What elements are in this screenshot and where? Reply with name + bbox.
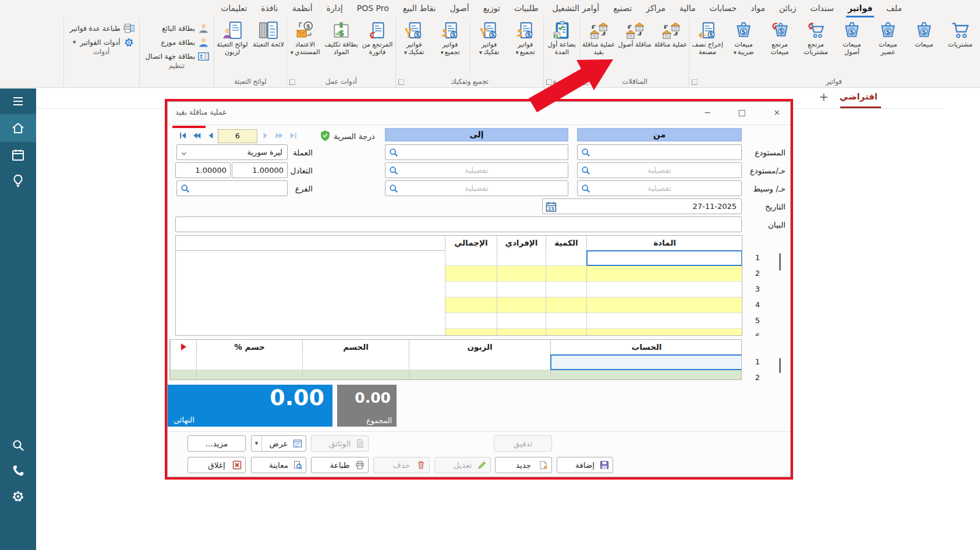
tab-default[interactable]: افتراضي	[840, 91, 878, 102]
menu-item[interactable]: تعليمات	[214, 0, 254, 17]
ribbon-button[interactable]: أدوات الفواتير▼	[70, 37, 135, 48]
ribbon-button[interactable]: مرتجع مشتريات	[798, 20, 834, 57]
ribbon-button[interactable]: $مبيعات ضريبة▼	[726, 20, 762, 57]
items-grid-cell[interactable]	[546, 266, 586, 282]
date-field[interactable]: 23 27-11-2025	[542, 198, 742, 214]
menu-item[interactable]: ملف	[879, 0, 909, 17]
menu-item[interactable]: مواد	[744, 0, 772, 17]
record-number-field[interactable]: 6	[218, 129, 257, 143]
items-grid-cell[interactable]	[445, 313, 497, 329]
menu-item[interactable]: مراكز	[639, 0, 673, 17]
to-warehouse-account-field[interactable]: تفصيلية	[385, 162, 568, 178]
items-grid-cell[interactable]	[445, 297, 497, 313]
accounts-grid-cell[interactable]	[170, 354, 196, 370]
sidebar-search-icon[interactable]	[0, 432, 36, 458]
search-icon[interactable]	[581, 148, 590, 157]
ribbon-button[interactable]: بطاقة جهة اتصال	[146, 51, 209, 62]
items-grid-cell[interactable]	[445, 282, 497, 297]
ribbon-button[interactable]: مشتريات	[942, 20, 978, 49]
ribbon-button[interactable]: لائحة التعبئة	[250, 20, 286, 49]
items-grid-cell[interactable]	[445, 266, 497, 282]
dialog-launcher-icon[interactable]	[583, 79, 589, 85]
from-warehouse-account-field[interactable]: تفصيلية	[577, 162, 742, 178]
ribbon-button[interactable]: $فواتير تفكيك▼	[471, 20, 507, 57]
ribbon-button[interactable]: عملية مناقلة	[653, 20, 689, 49]
menu-item[interactable]: مالية	[673, 0, 703, 17]
ribbon-button[interactable]: $مبيعات عصير	[870, 20, 906, 57]
print-button[interactable]: طباعة	[311, 457, 369, 473]
items-grid-cell[interactable]	[445, 329, 497, 336]
nav-last-button[interactable]	[288, 130, 299, 142]
items-grid-cell[interactable]	[497, 250, 546, 266]
menu-item[interactable]: أنظمة	[285, 0, 320, 17]
menu-item[interactable]: حسابات	[702, 0, 744, 17]
ribbon-button[interactable]: مناقلة أصول	[617, 20, 653, 49]
menu-item[interactable]: أوامر التشغيل	[546, 0, 607, 17]
sidebar-calendar-icon[interactable]	[0, 142, 36, 168]
items-grid-cell[interactable]	[546, 282, 586, 297]
menu-item[interactable]: سندات	[804, 0, 841, 17]
ribbon-button[interactable]: المرتجع من فاتورة	[359, 20, 395, 57]
items-grid-cell[interactable]	[497, 313, 546, 329]
ribbon-button[interactable]: $مبيعات أصول	[834, 20, 870, 57]
accounts-grid-cell[interactable]	[409, 370, 550, 380]
accounts-grid-cell[interactable]	[550, 370, 742, 380]
nav-prev-button[interactable]	[205, 130, 217, 142]
currency-select[interactable]: ليرة سورية	[176, 144, 288, 160]
minimize-button[interactable]: −	[698, 105, 717, 119]
ribbon-button[interactable]: $بطاقة تكليف المواد	[323, 20, 359, 57]
accounts-grid-cell[interactable]	[302, 370, 409, 380]
menu-item[interactable]: طلبيات	[507, 0, 546, 17]
items-grid-cell[interactable]	[586, 313, 742, 329]
accounts-grid-cell[interactable]	[550, 354, 742, 370]
new-button[interactable]: جديد	[495, 457, 552, 473]
nav-prevfast-button[interactable]	[191, 130, 203, 142]
menu-item[interactable]: نافذة	[254, 0, 285, 17]
more-button[interactable]: مزيد...	[187, 435, 246, 452]
items-grid-cell[interactable]	[546, 329, 586, 336]
documents-button[interactable]: الوثائق	[311, 435, 369, 452]
accounts-grid-cell[interactable]	[170, 370, 196, 380]
items-grid-cell[interactable]	[497, 266, 546, 282]
items-grid-cell[interactable]	[586, 266, 742, 282]
ribbon-button[interactable]: عملية مناقلة بقيد	[581, 20, 617, 57]
close-button[interactable]: إغلاق	[187, 457, 246, 473]
items-grid-cell[interactable]	[586, 297, 742, 313]
parity-field-2[interactable]: 1.00000	[175, 162, 231, 178]
delete-button[interactable]: حذف	[373, 457, 430, 473]
items-grid-cell[interactable]	[497, 282, 546, 297]
search-icon[interactable]	[389, 148, 398, 157]
items-grid-scrollbar[interactable]	[777, 237, 783, 335]
items-grid-cell[interactable]	[546, 297, 586, 313]
ribbon-button[interactable]: $فواتير تجميع▼	[507, 20, 543, 57]
parity-field-1[interactable]: 1.00000	[232, 162, 288, 178]
menu-item[interactable]: إدارة	[320, 0, 350, 17]
menu-item[interactable]: توزيع	[476, 0, 507, 17]
dropdown-arrow-icon[interactable]: ▼	[252, 436, 262, 451]
nav-nextfast-button[interactable]	[274, 130, 285, 142]
ribbon-button[interactable]: $مرتجع مبيعات	[762, 20, 798, 57]
sidebar-home-icon[interactable]	[0, 114, 36, 142]
statement-field[interactable]	[175, 217, 742, 232]
sidebar-menu-icon[interactable]	[0, 88, 36, 114]
ribbon-button[interactable]: $فواتير تجميع▼	[432, 20, 468, 57]
sidebar-gear-icon[interactable]	[0, 484, 36, 509]
dialog-launcher-icon[interactable]	[289, 79, 295, 85]
items-grid-cell[interactable]	[497, 297, 546, 313]
dialog-launcher-icon[interactable]	[546, 79, 552, 85]
items-grid-cell[interactable]	[586, 282, 742, 297]
nav-first-button[interactable]	[177, 130, 189, 142]
dialog-tab-title[interactable]: عملية مناقلة بقيد	[175, 108, 227, 116]
ribbon-button[interactable]: $مبيعات	[906, 20, 942, 49]
from-intermediate-account-field[interactable]: تفصيلية	[577, 180, 742, 196]
to-intermediate-account-field[interactable]: تفصيلية	[385, 180, 568, 196]
menu-item[interactable]: فواتير	[841, 0, 879, 17]
accounts-grid-cell[interactable]	[196, 354, 302, 370]
ribbon-button[interactable]: $إخراج نصف مصنعة	[689, 20, 726, 57]
from-warehouse-field[interactable]	[577, 144, 742, 160]
items-grid-cell[interactable]	[546, 313, 586, 329]
menu-item[interactable]: زبائن	[772, 0, 803, 17]
calendar-icon[interactable]: 23	[546, 201, 557, 212]
ribbon-button[interactable]: بطاقة البائع	[146, 23, 209, 34]
accounts-grid-scrollbar[interactable]	[777, 340, 783, 379]
